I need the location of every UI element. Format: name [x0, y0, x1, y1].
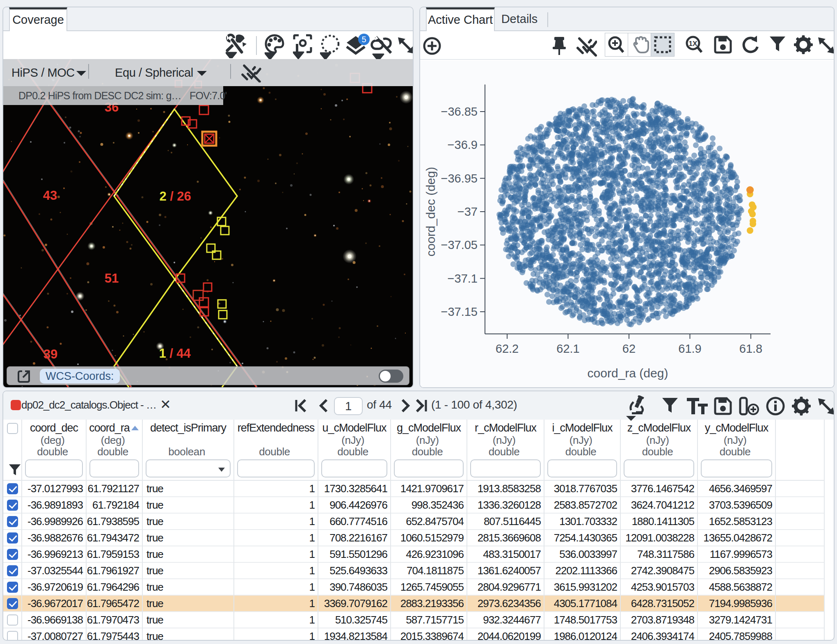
- svg-text:/ 44: / 44: [169, 346, 191, 361]
- svg-text:−36.9: −36.9: [448, 138, 478, 151]
- svg-text:coord_ra (deg): coord_ra (deg): [588, 366, 668, 380]
- svg-text:61.8: 61.8: [739, 342, 762, 355]
- svg-text:−37.15: −37.15: [441, 305, 478, 318]
- svg-text:1: 1: [159, 346, 166, 361]
- svg-text:−36.85: −36.85: [441, 105, 478, 118]
- svg-text:43: 43: [43, 188, 57, 203]
- svg-text:−36.95: −36.95: [441, 172, 478, 185]
- svg-text:62: 62: [622, 342, 636, 355]
- svg-text:−37: −37: [457, 205, 478, 218]
- svg-text:1X: 1X: [689, 40, 698, 48]
- svg-text:coord_dec (deg): coord_dec (deg): [424, 167, 437, 256]
- svg-text:62.1: 62.1: [556, 342, 579, 355]
- svg-text:51: 51: [105, 271, 119, 285]
- svg-text:/ 26: / 26: [170, 189, 191, 203]
- svg-text:61.9: 61.9: [678, 342, 701, 355]
- svg-text:39: 39: [43, 347, 57, 361]
- svg-text:62.2: 62.2: [496, 342, 519, 355]
- svg-text:−37.1: −37.1: [448, 272, 478, 285]
- svg-text:−37.05: −37.05: [441, 238, 478, 251]
- svg-text:2: 2: [159, 189, 166, 203]
